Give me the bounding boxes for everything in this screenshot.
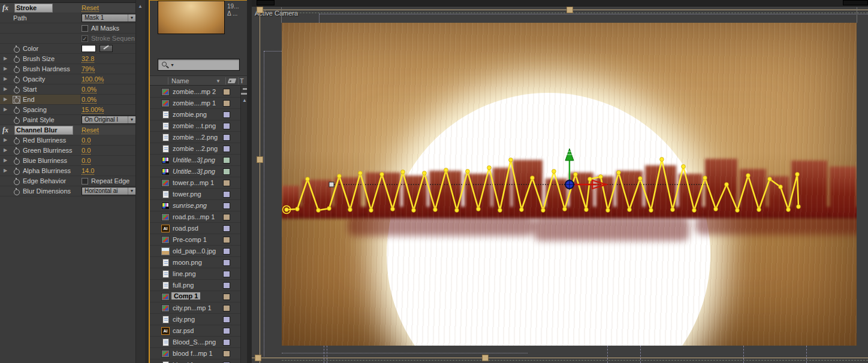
list-item[interactable]: Blood_S....png [150, 337, 240, 348]
composition-viewer[interactable]: Active Camera [252, 0, 868, 363]
list-item[interactable]: old_pap...0.jpg [150, 246, 240, 257]
property-value[interactable]: 100.0% [82, 75, 104, 83]
list-item[interactable]: road.ps...mp 1 [150, 211, 240, 223]
wireframe-handle[interactable] [482, 355, 489, 361]
stopwatch-icon[interactable] [13, 66, 20, 72]
list-item[interactable]: line.png [150, 268, 240, 280]
list-item[interactable]: Comp 1 [150, 291, 240, 302]
chevron-down-icon[interactable]: ▼ [128, 116, 135, 123]
stopwatch-icon[interactable] [13, 147, 20, 154]
column-name[interactable]: Name [171, 77, 189, 84]
scroll-up-icon[interactable]: ▲ [138, 4, 143, 9]
list-item[interactable]: full.png [150, 280, 240, 291]
disclosure-triangle-icon[interactable]: ▶ [4, 96, 7, 102]
label-color-swatch[interactable] [223, 111, 230, 118]
search-options-chevron-icon[interactable]: ▼ [170, 63, 174, 67]
disclosure-triangle-icon[interactable]: ▶ [4, 137, 7, 143]
stopwatch-icon[interactable] [13, 86, 20, 93]
list-item[interactable]: city.png [150, 314, 240, 325]
list-item[interactable]: blood f...mp 1 [150, 348, 240, 359]
list-item[interactable]: zombie ...t.png [150, 120, 240, 132]
scroll-up-icon[interactable]: ▲ [242, 98, 247, 103]
stopwatch-icon[interactable] [13, 158, 20, 164]
wireframe-handle[interactable] [566, 7, 573, 13]
label-color-swatch[interactable] [223, 282, 230, 289]
label-color-swatch[interactable] [223, 294, 230, 300]
stopwatch-icon[interactable] [13, 117, 20, 123]
label-color-swatch[interactable] [223, 134, 230, 141]
list-item[interactable]: blood f....png [150, 359, 240, 363]
property-checkbox[interactable] [82, 178, 88, 184]
effect-name[interactable]: Stroke [14, 4, 53, 13]
label-color-swatch[interactable] [223, 339, 230, 346]
list-item[interactable]: Untitle...3].png [150, 155, 240, 166]
effect-name[interactable]: Channel Blur [14, 126, 73, 135]
label-color-swatch[interactable] [223, 259, 230, 266]
label-color-swatch[interactable] [223, 202, 230, 209]
stopwatch-icon[interactable] [13, 188, 20, 195]
stopwatch-icon[interactable] [13, 46, 20, 52]
stopwatch-icon[interactable] [13, 168, 20, 174]
label-color-swatch[interactable] [223, 100, 230, 107]
label-color-swatch[interactable] [223, 305, 230, 311]
effect-reset-link[interactable]: Reset [82, 4, 99, 12]
column-type[interactable]: T [240, 77, 244, 84]
list-item[interactable]: zombie....mp 1 [150, 98, 240, 109]
disclosure-triangle-icon[interactable]: ▶ [4, 107, 7, 112]
project-search-input[interactable]: ▼ [158, 59, 240, 71]
list-item[interactable]: city.pn...mp 1 [150, 302, 240, 314]
disclosure-triangle-icon[interactable]: ▶ [4, 168, 7, 173]
label-color-swatch[interactable] [223, 225, 230, 232]
disclosure-triangle-icon[interactable]: ▶ [4, 66, 7, 71]
stopwatch-icon[interactable] [13, 137, 20, 144]
list-item[interactable]: Untitle...3].png [150, 166, 240, 177]
property-value[interactable]: 0.0 [82, 157, 91, 165]
chevron-down-icon[interactable]: ▼ [128, 14, 135, 22]
sort-chevron-icon[interactable]: ▼ [216, 78, 221, 84]
list-item[interactable]: AIroad.psd [150, 223, 240, 234]
property-value[interactable]: 15.00% [82, 106, 104, 114]
stopwatch-icon[interactable] [13, 76, 20, 83]
property-checkbox[interactable] [82, 25, 88, 32]
label-color-swatch[interactable] [223, 168, 230, 175]
stopwatch-icon[interactable] [13, 96, 20, 103]
label-color-swatch[interactable] [223, 328, 230, 334]
property-value[interactable]: 0.0 [82, 147, 91, 155]
stopwatch-icon[interactable] [13, 107, 20, 113]
list-item[interactable]: AIcar.psd [150, 325, 240, 337]
label-color-swatch[interactable] [223, 123, 230, 129]
eyedropper-icon[interactable] [100, 45, 113, 52]
wireframe-handle[interactable] [255, 355, 261, 361]
label-color-swatch[interactable] [223, 157, 230, 164]
property-value[interactable]: 14.0 [82, 167, 94, 175]
property-dropdown[interactable]: Horizontal ai▼ [82, 187, 137, 195]
effect-controls-scrollbar[interactable]: ▲ [135, 0, 145, 363]
property-value[interactable]: 79% [82, 65, 95, 73]
label-color-swatch[interactable] [223, 214, 230, 220]
list-item[interactable]: sunrise.png [150, 200, 240, 211]
label-color-swatch[interactable] [223, 350, 230, 357]
disclosure-triangle-icon[interactable]: ▶ [4, 56, 7, 61]
list-item[interactable]: Pre-comp 1 [150, 234, 240, 246]
list-item[interactable]: zombie ...2.png [150, 132, 240, 143]
label-color-swatch[interactable] [223, 248, 230, 255]
property-dropdown[interactable]: Mask 1▼ [82, 14, 137, 22]
property-value[interactable]: 0.0% [82, 96, 97, 104]
composition-frame[interactable] [282, 23, 857, 346]
list-item[interactable]: zombie....mp 2 [150, 86, 240, 98]
stopwatch-icon[interactable] [13, 56, 20, 62]
property-value[interactable]: 0.0 [82, 137, 91, 144]
list-item[interactable]: zombie.png [150, 109, 240, 120]
label-color-swatch[interactable] [223, 271, 230, 277]
list-item[interactable]: moon.png [150, 257, 240, 268]
property-dropdown[interactable]: On Original I▼ [82, 116, 137, 124]
disclosure-triangle-icon[interactable]: ▶ [4, 158, 7, 163]
color-swatch[interactable] [82, 45, 96, 52]
stopwatch-icon[interactable] [13, 178, 20, 184]
list-item[interactable]: tower.p...mp 1 [150, 177, 240, 189]
label-color-swatch[interactable] [223, 180, 230, 186]
property-value[interactable]: 32.8 [82, 55, 94, 63]
label-color-swatch[interactable] [223, 89, 230, 95]
disclosure-triangle-icon[interactable]: ▶ [4, 147, 7, 153]
disclosure-triangle-icon[interactable]: ▶ [4, 86, 7, 92]
